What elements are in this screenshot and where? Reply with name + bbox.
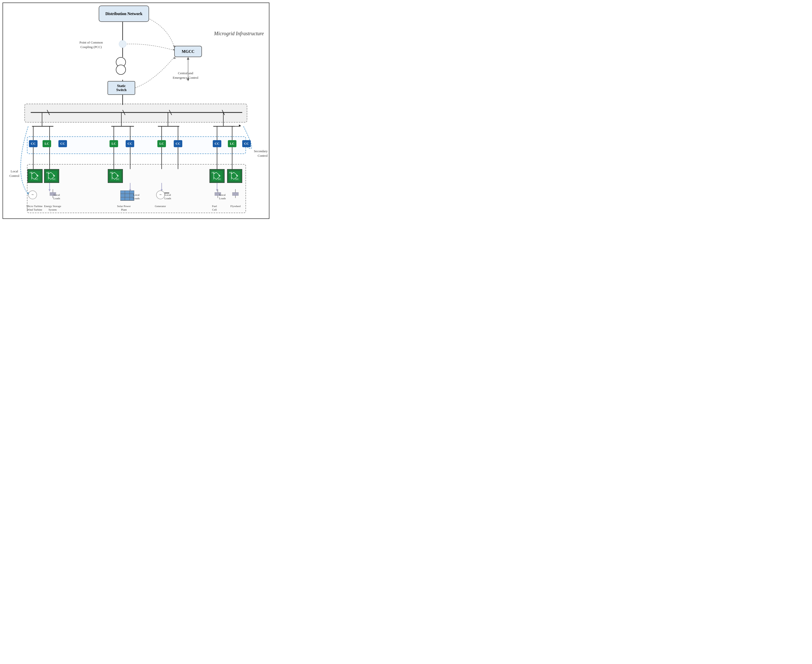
lc-badge-4: LC <box>157 140 166 147</box>
pcc-circle <box>119 40 126 48</box>
local-loads-1: LocalLoads <box>53 193 60 200</box>
inverter-symbol-5: AC DC <box>228 170 241 182</box>
cc-badge-1: CC <box>29 140 38 147</box>
generator-symbol: ~ <box>156 190 165 199</box>
inverter-symbol-1: AC AC <box>29 170 41 182</box>
lc-badge-5: LC <box>228 140 236 147</box>
microgrid-label: Microgrid Infrastructure <box>214 31 264 36</box>
main-diagram: Distribution Network Point of CommonCoup… <box>3 3 269 219</box>
label-micro-turbine: Micro TurbineWind Turbine <box>26 204 42 212</box>
solar-panel-symbol <box>121 190 134 202</box>
cc-badge-5: CC <box>213 140 221 147</box>
transformer-circle-2 <box>116 65 126 75</box>
label-energy-storage: Energy StorageSystem <box>44 204 61 212</box>
main-bus-box <box>24 104 247 122</box>
svg-rect-107 <box>232 192 238 194</box>
inverter-symbol-2: AC DC <box>45 170 58 182</box>
svg-rect-110 <box>121 190 134 200</box>
inverter-solar: AC DC <box>108 169 123 183</box>
distribution-network-box: Distribution Network <box>99 5 149 22</box>
local-loads-3: LocalLoads <box>165 193 171 200</box>
cc-badge-2: CC <box>59 140 67 147</box>
label-solar: Solar PowerPlant <box>117 204 130 212</box>
inverter-symbol-3: AC DC <box>109 170 122 182</box>
static-switch-box: StaticSwitch <box>108 81 135 95</box>
microgrid-label-text: Microgrid Infrastructure <box>214 31 264 36</box>
cc-badge-3: CC <box>126 140 134 147</box>
local-control-label: LocalControl <box>4 169 24 178</box>
cc-badge-6: CC <box>242 140 251 147</box>
lc-badge-3: LC <box>109 140 118 147</box>
distribution-network-label: Distribution Network <box>105 11 142 16</box>
svg-rect-108 <box>232 194 238 195</box>
lc-badge-1: LC <box>42 140 51 147</box>
svg-marker-17 <box>239 125 241 127</box>
local-loads-2: LocalLoads <box>133 193 140 200</box>
label-generator: Generator <box>155 204 166 208</box>
svg-text:DC: DC <box>235 178 239 181</box>
micro-turbine-symbol: ~ <box>28 190 37 199</box>
mgcc-box: MGCC <box>174 46 202 57</box>
svg-text:DC: DC <box>116 178 119 181</box>
inverter-fuel-cell: AC DC <box>209 169 225 183</box>
inverter-flywheel: AC DC <box>227 169 242 183</box>
svg-text:DC: DC <box>218 178 221 181</box>
transformer-symbol <box>116 57 127 80</box>
local-loads-4: LocalLoads <box>219 193 226 200</box>
capacitor-flywheel <box>232 189 239 198</box>
label-fuel-cell: FuelCell <box>212 204 217 212</box>
pcc-label: Point of CommonCoupling (PCC) <box>71 40 111 49</box>
inverter-symbol-4: AC DC <box>211 170 223 182</box>
svg-text:DC: DC <box>52 178 55 181</box>
mgcc-label: MGCC <box>182 49 195 54</box>
cc-badge-4: CC <box>174 140 182 147</box>
central-control-label: Central andEmergency Control <box>167 71 204 80</box>
static-switch-label: StaticSwitch <box>116 84 126 92</box>
label-flywheel: Flywheel <box>230 204 241 208</box>
inverter-energy-storage: AC DC <box>44 169 59 183</box>
inverter-micro-turbine: AC AC <box>28 169 42 183</box>
svg-marker-48 <box>187 57 189 60</box>
